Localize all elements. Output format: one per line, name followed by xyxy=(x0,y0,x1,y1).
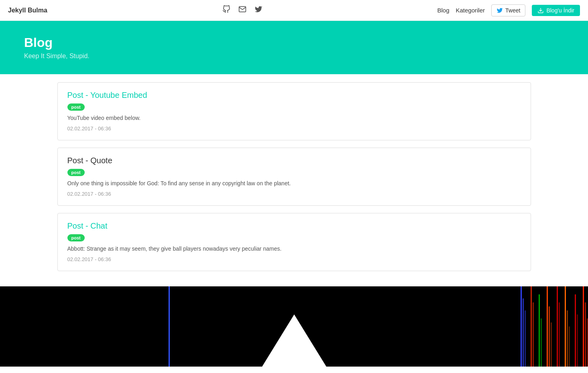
post-date-youtube: 02.02.2017 - 06:36 xyxy=(67,126,111,132)
color-bars xyxy=(521,286,588,367)
triangle-shape xyxy=(262,314,326,367)
post-excerpt-youtube: YouTube video embed below. xyxy=(67,114,521,122)
bar-19 xyxy=(585,302,586,367)
post-title-chat[interactable]: Post - Chat xyxy=(67,221,521,231)
bar-9 xyxy=(549,306,550,367)
bar-13 xyxy=(565,286,566,367)
blog-nav-link[interactable]: Blog xyxy=(437,7,449,14)
post-card-youtube: Post - Youtube Embed post YouTube video … xyxy=(57,82,531,140)
bar-16 xyxy=(575,294,576,367)
bar-14 xyxy=(567,310,568,367)
blue-bar-left xyxy=(169,286,170,367)
kategoriler-nav-link[interactable]: Kategoriler xyxy=(456,7,485,14)
dark-band xyxy=(0,286,588,367)
bar-8 xyxy=(547,286,548,367)
bar-7 xyxy=(541,318,542,367)
tweet-button[interactable]: Tweet xyxy=(491,4,525,16)
post-date-quote: 02.02.2017 - 06:36 xyxy=(67,191,111,197)
post-title-youtube[interactable]: Post - Youtube Embed xyxy=(67,91,521,100)
bar-12 xyxy=(559,302,560,367)
main-content: Post - Youtube Embed post YouTube video … xyxy=(33,74,555,286)
bar-6 xyxy=(539,294,540,367)
bar-18 xyxy=(583,286,584,367)
bar-5 xyxy=(533,302,534,367)
hero-subtitle: Keep It Simple, Stupid. xyxy=(24,53,564,60)
bar-15 xyxy=(569,326,570,367)
bar-4 xyxy=(531,286,532,367)
post-tag-youtube: post xyxy=(67,103,85,111)
download-button[interactable]: Blog'u İndir xyxy=(532,5,580,16)
post-date-chat: 02.02.2017 - 06:36 xyxy=(67,256,111,262)
hero-section: Blog Keep It Simple, Stupid. xyxy=(0,21,588,74)
bar-11 xyxy=(557,286,558,367)
post-excerpt-quote: Only one thing is impossible for God: To… xyxy=(67,179,521,188)
mail-icon[interactable] xyxy=(238,5,246,15)
navbar-icons xyxy=(222,5,262,15)
bar-17 xyxy=(577,314,578,367)
twitter-icon[interactable] xyxy=(254,5,262,15)
github-icon[interactable] xyxy=(222,5,230,15)
navbar: Jekyll Bulma Blog Kategoriler xyxy=(0,0,588,21)
tweet-icon xyxy=(496,7,503,14)
download-icon xyxy=(537,7,544,14)
hero-title: Blog xyxy=(24,35,564,50)
brand-logo[interactable]: Jekyll Bulma xyxy=(8,7,47,14)
post-tag-chat: post xyxy=(67,234,85,241)
bar-3 xyxy=(525,310,526,367)
post-tag-quote: post xyxy=(67,169,85,176)
post-title-quote[interactable]: Post - Quote xyxy=(67,156,521,165)
navbar-right: Blog Kategoriler Tweet Blog'u İndir xyxy=(437,4,580,16)
post-excerpt-chat: Abbott: Strange as it may seem, they giv… xyxy=(67,245,521,253)
post-card-quote: Post - Quote post Only one thing is impo… xyxy=(57,148,531,206)
bar-1 xyxy=(521,286,522,367)
bar-10 xyxy=(551,322,552,367)
post-card-chat: Post - Chat post Abbott: Strange as it m… xyxy=(57,213,531,271)
bar-2 xyxy=(523,298,524,367)
